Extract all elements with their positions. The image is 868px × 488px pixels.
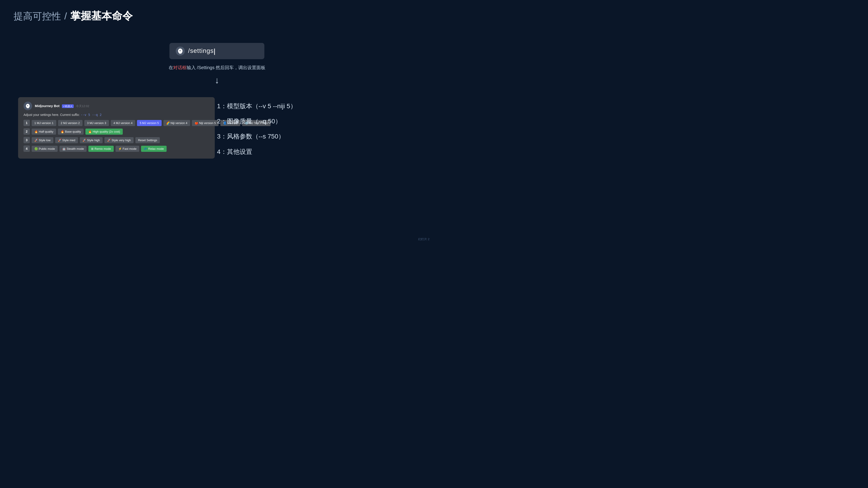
- row-number-2: 2: [24, 128, 30, 135]
- title-bold: 掌握基本命令: [70, 10, 133, 22]
- instruction-red: 对话框: [173, 65, 187, 70]
- settings-row-4: 4 🟢 Public mode 🤖 Stealth mode ⊞ Remix m…: [24, 145, 209, 152]
- stealth-mode-button[interactable]: 🤖 Stealth mode: [59, 146, 87, 152]
- note-text-2: 2：图像质量（--q 50）: [217, 118, 281, 125]
- bot-description: Adjust your settings here. Current suffi…: [24, 113, 209, 117]
- mj-version-1-button[interactable]: 1 MJ version 1: [32, 120, 56, 126]
- cursor-blink: [214, 48, 215, 55]
- discord-panel: Midjourney Bot ✓机器人 今天12:02 Adjust your …: [18, 97, 215, 159]
- bot-header: Midjourney Bot ✓机器人 今天12:02: [24, 102, 209, 110]
- mj-version-2-button[interactable]: 2 MJ version 2: [58, 120, 83, 126]
- style-high-button[interactable]: 🚀 Style high: [80, 137, 103, 143]
- settings-row-2: 2 🔥 Half quality 🔥 Base quality 🔥 High q…: [24, 128, 209, 135]
- style-low-button[interactable]: 🚀 Style low: [32, 137, 53, 143]
- mj-version-3-button[interactable]: 3 MJ version 3: [84, 120, 109, 126]
- notes-area: 1：模型版本（--v 5 --niji 5） 2：图像质量（--q 50） 3：…: [217, 102, 297, 162]
- title-light: 提高可控性: [13, 11, 61, 22]
- remix-mode-button[interactable]: ⊞ Remix mode: [88, 146, 114, 152]
- note-item-3: 3：风格参数（--s 750）: [217, 132, 297, 141]
- title-divider: /: [64, 11, 67, 22]
- reset-settings-button[interactable]: Reset Settings: [135, 137, 160, 143]
- bot-time: 今天12:02: [76, 104, 89, 108]
- style-med-button[interactable]: 🚀 Style med: [55, 137, 78, 143]
- instruction-prefix: 在: [168, 65, 173, 70]
- command-input-box: /settings: [169, 43, 265, 59]
- note-text-3: 3：风格参数（--s 750）: [217, 133, 285, 140]
- bot-avatar: [24, 102, 32, 110]
- row-number-1: 1: [24, 120, 30, 126]
- niji-version-5-button[interactable]: 🍎 Niji version 5: [192, 120, 219, 126]
- half-quality-button[interactable]: 🔥 Half quality: [32, 129, 56, 135]
- mj-version-4-button[interactable]: 4 MJ version 4: [111, 120, 135, 126]
- arrow-down-icon: ↓: [215, 75, 219, 86]
- row-number-3: 3: [24, 137, 30, 143]
- title-area: 提高可控性 / 掌握基本命令: [13, 9, 133, 23]
- base-quality-button[interactable]: 🔥 Base quality: [58, 129, 84, 135]
- note-item-1: 1：模型版本（--v 5 --niji 5）: [217, 102, 297, 110]
- suffix-code: --v 5 --q 2: [81, 113, 102, 117]
- settings-row-3: 3 🚀 Style low 🚀 Style med 🚀 Style high 🚀…: [24, 137, 209, 143]
- command-area: /settings 在对话框输入 /Settings 然后回车，调出设置面板 ↓: [168, 43, 266, 86]
- bot-icon: [176, 46, 185, 56]
- settings-row-1: 1 1 MJ version 1 2 MJ version 2 3 MJ ver…: [24, 120, 209, 126]
- instruction-mid: 输入 /Settings 然后回车，调出设置面板: [187, 65, 266, 70]
- command-text: /settings: [188, 47, 214, 54]
- fast-mode-button[interactable]: ⚡ Fast mode: [116, 146, 139, 152]
- page-number: 幻灯片 2: [418, 237, 430, 241]
- bot-tag: ✓机器人: [62, 104, 74, 108]
- description-prefix: Adjust your settings here. Current suffi…: [24, 113, 80, 117]
- relax-mode-button[interactable]: 💤 Relax mode: [141, 146, 166, 152]
- instruction-text: 在对话框输入 /Settings 然后回车，调出设置面板: [168, 65, 266, 71]
- high-quality-button[interactable]: 🔥 High quality (2x cost): [86, 129, 123, 135]
- note-item-4: 4：其他设置: [217, 147, 297, 156]
- note-text-4: 4：其他设置: [217, 148, 252, 155]
- niji-version-4-button[interactable]: 🌈 Niji version 4: [163, 120, 190, 126]
- bot-name: Midjourney Bot: [35, 104, 59, 108]
- mj-version-5-button[interactable]: 5 MJ version 5: [137, 120, 162, 126]
- bot-name-area: Midjourney Bot ✓机器人 今天12:02: [35, 104, 89, 108]
- style-very-high-button[interactable]: 🚀 Style very high: [104, 137, 133, 143]
- command-text-wrapper: /settings: [188, 47, 215, 55]
- row-number-4: 4: [24, 145, 30, 152]
- note-item-2: 2：图像质量（--q 50）: [217, 117, 297, 126]
- note-text-1: 1：模型版本（--v 5 --niji 5）: [217, 103, 297, 109]
- public-mode-button[interactable]: 🟢 Public mode: [32, 146, 58, 152]
